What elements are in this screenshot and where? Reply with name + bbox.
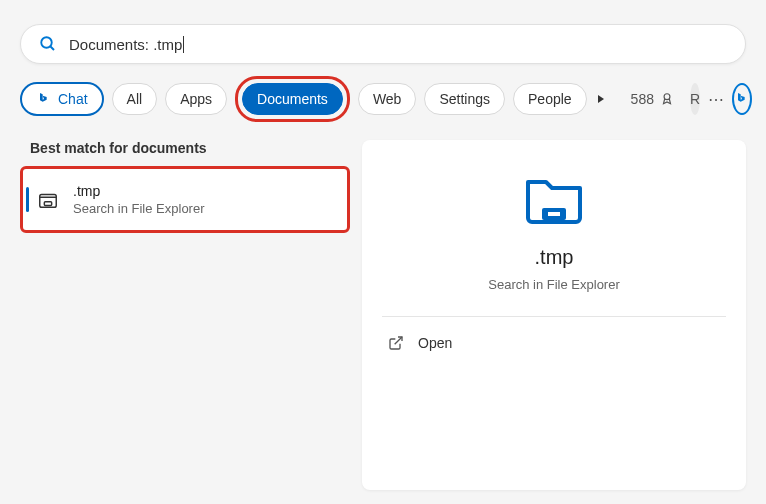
search-icon [39, 35, 57, 53]
rewards-points-value: 588 [631, 91, 654, 107]
filter-settings[interactable]: Settings [424, 83, 505, 115]
filter-people[interactable]: People [513, 83, 587, 115]
user-avatar[interactable]: R [690, 83, 700, 115]
result-title: .tmp [73, 183, 205, 199]
results-panel: Best match for documents .tmp Search in … [20, 140, 350, 490]
file-explorer-icon [37, 189, 59, 211]
rewards-medal-icon [660, 92, 674, 106]
preview-panel: .tmp Search in File Explorer Open [362, 140, 746, 490]
preview-title: .tmp [535, 246, 574, 269]
search-bar[interactable]: Documents: .tmp [20, 24, 746, 64]
search-input[interactable]: Documents: .tmp [69, 36, 184, 53]
svg-line-1 [50, 46, 54, 50]
svg-point-0 [41, 37, 52, 48]
svg-point-2 [664, 94, 670, 100]
folder-large-icon [522, 170, 586, 226]
more-menu-button[interactable]: ⋯ [708, 83, 724, 115]
filter-chat[interactable]: Chat [20, 82, 104, 116]
preview-subtitle: Search in File Explorer [488, 277, 620, 292]
filter-web[interactable]: Web [358, 83, 417, 115]
results-section-title: Best match for documents [20, 140, 350, 156]
svg-rect-6 [548, 212, 560, 216]
bing-button[interactable] [732, 83, 752, 115]
action-open[interactable]: Open [382, 317, 726, 369]
open-external-icon [388, 335, 404, 351]
filter-chat-label: Chat [58, 91, 88, 107]
filter-apps[interactable]: Apps [165, 83, 227, 115]
action-open-label: Open [418, 335, 452, 351]
rewards-points[interactable]: 588 [623, 91, 682, 107]
result-item[interactable]: .tmp Search in File Explorer [20, 166, 350, 233]
svg-rect-4 [44, 201, 51, 205]
more-filters-button[interactable] [595, 85, 607, 113]
bing-chat-icon [36, 91, 52, 107]
filter-bar: Chat All Apps Documents Web Settings Peo… [20, 76, 746, 122]
result-subtitle: Search in File Explorer [73, 201, 205, 216]
filter-documents[interactable]: Documents [242, 83, 343, 115]
filter-all[interactable]: All [112, 83, 158, 115]
filter-documents-highlight: Documents [235, 76, 350, 122]
